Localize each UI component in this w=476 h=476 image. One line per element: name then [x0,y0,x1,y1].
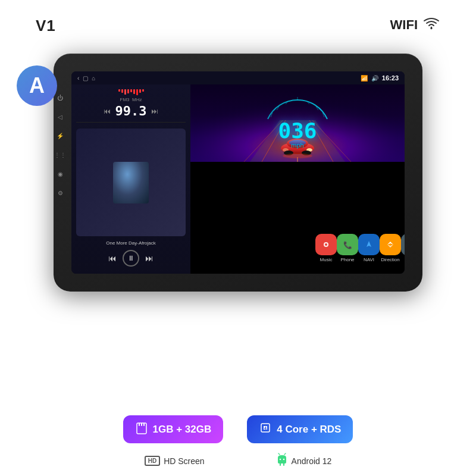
android-logo: A [17,65,57,106]
hd-badge: HD [145,456,160,466]
album-art [76,129,186,236]
bluetooth-icon[interactable]: ⚡ [55,130,65,141]
app-radio[interactable]: Radio [401,234,405,262]
svg-rect-38 [139,423,140,426]
bottom-labels: HD HD Screen Android 12 [0,453,476,469]
gauge-arc [262,93,333,120]
speed-display: 036 mph [190,93,405,149]
svg-point-31 [385,239,396,250]
phone-label: Phone [340,257,354,262]
player-controls: ⏮ ⏸ ⏭ [76,248,186,269]
window-icon[interactable]: ▢ [83,75,88,82]
status-right: 📶 🔊 16:23 [361,74,399,82]
memory-label: 1GB + 32GB [153,424,212,436]
prev-track-button[interactable]: ⏮ [108,253,117,263]
svg-point-44 [279,459,280,460]
music-icon [315,234,337,255]
android-icon [276,453,288,469]
wifi-label: WIFI [390,17,440,33]
direction-icon [380,234,401,255]
core-icon: 4 [259,421,272,437]
freq-next[interactable]: ⏭ [151,107,158,115]
svg-point-26 [325,243,327,246]
processor-badge: 4 4 Core + RDS [247,415,353,443]
next-track-button[interactable]: ⏭ [145,253,154,263]
svg-rect-39 [141,423,142,426]
album-cover [113,162,149,203]
nav-icon: ◁ [55,111,65,122]
status-time: 16:23 [382,74,399,82]
settings-icon[interactable]: ⚙ [55,187,65,198]
processor-label: 4 Core + RDS [277,424,341,436]
sd-card-icon [135,421,148,437]
left-panel: FM3 MHz ⏮ 99.3 ⏭ One More Day-Afrojack ⏮… [71,84,190,274]
back-icon[interactable]: ‹ [77,75,79,82]
navi-label: NAVI [364,257,374,262]
frequency-display: 99.3 [115,104,147,118]
apps-icon[interactable]: ⋮⋮ [55,149,65,160]
radio-indicator [76,89,186,95]
wifi-text: WIFI [390,17,418,33]
power-icon[interactable]: ⏻ [55,92,65,103]
app-phone[interactable]: 📞 Phone [337,234,358,262]
speed-unit: mph [291,142,303,149]
home-icon[interactable]: ⌂ [92,75,95,82]
svg-text:📞: 📞 [343,240,352,249]
wifi-icon [422,17,440,33]
radio-band: FM3 MHz [76,97,186,102]
road-scene: 036 mph [190,84,405,162]
svg-point-16 [283,154,312,158]
signal-icon: 📶 [361,75,368,82]
radio-frequency: ⏮ 99.3 ⏭ [76,104,186,118]
music-label: Music [320,257,333,262]
song-title: One More Day-Afrojack [76,239,186,248]
right-panel: 036 mph Music [190,84,405,274]
screen-label: HD HD Screen [145,453,205,469]
app-direction[interactable]: Direction [380,234,401,262]
radio-section: FM3 MHz ⏮ 99.3 ⏭ [76,97,186,123]
app-grid: Music 📞 Phone [309,227,405,269]
app-music[interactable]: Music [315,234,337,262]
freq-prev[interactable]: ⏮ [104,107,111,115]
status-bar: ‹ ▢ ⌂ 📶 🔊 16:23 [71,71,405,84]
memory-badge: 1GB + 32GB [123,415,224,443]
device-side-icons: ⏻ ◁ ⚡ ⋮⋮ ◉ ⚙ [55,92,65,198]
svg-text:4: 4 [264,426,267,430]
os-label: Android 12 [276,453,332,469]
model-label: V1 [36,17,56,35]
phone-icon: 📞 [337,234,358,255]
device-screen: ‹ ▢ ⌂ 📶 🔊 16:23 [71,71,405,274]
svg-line-47 [284,453,286,455]
device-unit: ‹ ▢ ⌂ 📶 🔊 16:23 [54,54,422,292]
status-nav: ‹ ▢ ⌂ [77,75,95,82]
navi-icon [358,234,380,255]
svg-line-46 [278,453,280,455]
radio-app-icon [401,234,405,255]
svg-rect-40 [143,423,145,426]
svg-point-0 [431,27,433,29]
os-text: Android 12 [292,456,332,466]
radio-icon[interactable]: ◉ [55,168,65,179]
svg-point-45 [283,459,284,460]
app-navi[interactable]: NAVI [358,234,380,262]
screen-text: HD Screen [164,456,204,466]
volume-icon: 🔊 [371,75,378,82]
play-pause-button[interactable]: ⏸ [123,250,139,267]
spec-badges: 1GB + 32GB 4 4 Core + RDS [0,415,476,443]
direction-label: Direction [381,257,400,262]
speed-number: 036 [278,120,317,142]
